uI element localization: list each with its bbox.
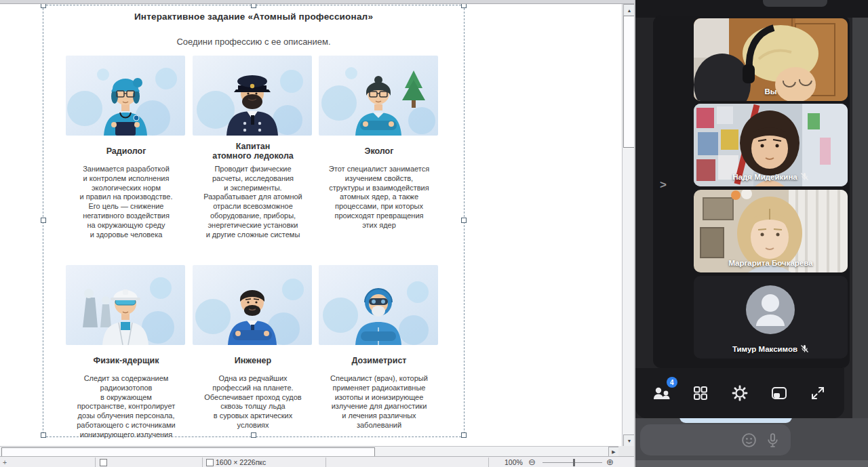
editor-canvas[interactable]: Интерактивное задание «Атомный профессио… [0, 4, 622, 446]
profession-card-radiologist: Радиолог Занимается разработкой и контро… [66, 56, 186, 239]
chat-area: 08:28 ✓✓ [635, 418, 868, 467]
zoom-slider-handle[interactable] [573, 459, 575, 466]
selection-handle-top-mid[interactable] [251, 4, 256, 8]
panel-right-strip [852, 5, 868, 419]
participants-icon [652, 385, 672, 401]
grid-view-icon [693, 386, 708, 401]
profession-name: Радиолог [66, 140, 186, 162]
profession-description: Следит за содержанием радиоизотопов в ок… [66, 374, 186, 440]
settings-button[interactable] [728, 382, 751, 405]
video-tile-participant-1[interactable]: Надя Мидейкина [694, 104, 848, 186]
profession-card-dosimetrist: Дозиметрист Специалист (врач), который п… [319, 265, 439, 430]
selection-handle-bottom-mid[interactable] [251, 432, 256, 438]
profession-name: Эколог [319, 140, 439, 162]
zoom-slider-track[interactable] [542, 462, 602, 463]
tool-indicator: + [3, 458, 7, 466]
gear-icon [732, 385, 748, 401]
profession-name: Дозиметрист [319, 350, 439, 371]
video-tiles-container: Вы [653, 16, 850, 368]
participant-name-label: Вы [694, 87, 848, 96]
status-divider [95, 458, 96, 467]
horizontal-scrollbar[interactable]: ▶ [0, 446, 618, 457]
dosimetrist-illustration [319, 265, 438, 345]
selection-size-icon [100, 459, 107, 466]
video-tile-participant-3[interactable]: Тимур Максимов [694, 276, 848, 359]
profession-card-physicist: Физик-ядерщик Следит за содержанием ради… [66, 265, 186, 440]
profession-description: Проводит физические расчеты, исследовани… [193, 165, 313, 239]
vertical-scrollbar[interactable]: ▲ ▼ [622, 4, 635, 446]
video-tile-participant-2[interactable]: Маргарита Бочкарева [694, 190, 848, 272]
grid-view-button[interactable] [689, 382, 712, 405]
meeting-top-pill-button[interactable] [763, 0, 827, 7]
profession-card-engineer: Инженер Одна из редчайших профессий на п… [193, 265, 313, 430]
participants-count-badge: 4 [667, 377, 677, 388]
profession-card-captain: Капитан атомного ледокола Проводит физич… [193, 56, 313, 239]
radiologist-illustration [66, 56, 185, 136]
horizontal-scroll-thumb[interactable] [1, 447, 375, 457]
scrollbar-corner [618, 446, 635, 456]
mic-icon[interactable] [764, 432, 781, 449]
participants-button[interactable]: 4 [650, 382, 673, 405]
engineer-illustration [193, 265, 312, 345]
video-tile-self[interactable]: Вы [694, 18, 848, 101]
fullscreen-button[interactable] [806, 382, 829, 405]
canvas-size-icon [206, 459, 214, 466]
selection-handle-bottom-right[interactable] [461, 432, 467, 438]
chat-input[interactable] [640, 424, 791, 455]
participant-name-label: Маргарита Бочкарева [694, 259, 848, 267]
ecologist-illustration [319, 56, 438, 136]
zoom-level-label: 100% [505, 458, 523, 466]
participant-name-label: Надя Мидейкина [694, 172, 848, 181]
participant-name-label: Тимур Максимов [694, 344, 848, 353]
selection-handle-top-left[interactable] [41, 4, 46, 8]
status-divider [202, 458, 203, 467]
selection-handle-top-right[interactable] [461, 4, 467, 8]
selection-handle-mid-left[interactable] [41, 218, 46, 223]
profession-description: Занимается разработкой и контролем испол… [66, 165, 186, 239]
profession-name: Капитан атомного ледокола [193, 140, 313, 162]
selection-handle-mid-right[interactable] [461, 218, 467, 223]
zoom-in-button[interactable]: ⊕ [606, 457, 614, 467]
worksheet-title: Интерактивное задание «Атомный профессио… [43, 12, 464, 22]
profession-card-ecologist: Эколог Этот специалист занимается изучен… [319, 56, 439, 230]
selection-handle-bottom-left[interactable] [41, 432, 46, 438]
worksheet-subtitle: Соедини профессию с ее описанием. [43, 37, 464, 47]
image-editor-window: Интерактивное задание «Атомный профессио… [0, 0, 635, 467]
profession-description: Этот специалист занимается изучением сво… [319, 165, 439, 230]
meeting-toolbar: 4 [635, 368, 844, 418]
vertical-scroll-thumb[interactable] [623, 16, 635, 148]
status-divider [326, 458, 326, 467]
picture-in-picture-button[interactable] [768, 382, 791, 405]
panel-bottom-strip [635, 460, 868, 467]
panel-collapse-chevron[interactable]: > [657, 176, 669, 194]
icebreaker-captain-illustration [193, 56, 312, 136]
nuclear-physicist-illustration [66, 265, 185, 345]
fullscreen-expand-icon [810, 386, 825, 401]
emoji-icon[interactable] [741, 432, 757, 449]
video-conference-panel: Вы [635, 0, 868, 467]
selection-rectangle[interactable]: Интерактивное задание «Атомный профессио… [43, 5, 465, 437]
picture-in-picture-icon [771, 385, 787, 401]
zoom-out-button[interactable]: ⊖ [528, 457, 536, 467]
profession-name: Физик-ядерщик [66, 350, 186, 371]
status-divider [488, 458, 489, 467]
mic-off-icon [800, 172, 809, 181]
canvas-size-label: 1600 × 2226пкс [216, 458, 266, 466]
editor-status-bar: + 1600 × 2226пкс 100% ⊖ ⊕ [0, 456, 635, 467]
profession-description: Специалист (врач), который применяет рад… [319, 374, 439, 430]
screen: Интерактивное задание «Атомный профессио… [0, 0, 868, 467]
profession-name: Инженер [193, 350, 313, 371]
mic-off-icon [800, 344, 809, 353]
profession-description: Одна из редчайших профессий на планете. … [193, 374, 313, 430]
